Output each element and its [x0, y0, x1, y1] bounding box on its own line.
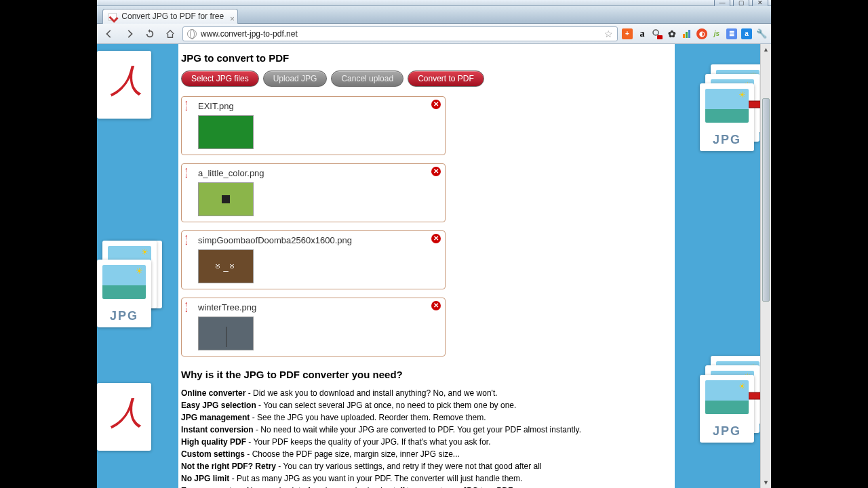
- wrench-menu-icon[interactable]: 🔧: [756, 28, 767, 39]
- main-content: JPG to convert to PDF Select JPG files U…: [178, 44, 675, 488]
- bookmark-star-icon[interactable]: ☆: [604, 28, 613, 39]
- amazon-extension-icon[interactable]: a: [637, 28, 648, 39]
- page-background: 人 JPG 人 JPG: [97, 44, 771, 488]
- cancel-upload-button[interactable]: Cancel upload: [331, 70, 403, 87]
- why-heading: Why is it the JPG to PDF converter you n…: [181, 369, 675, 380]
- extension-icons: + a ✿ ◐ js ≣ a 🔧: [622, 28, 767, 39]
- box-extension-icon[interactable]: a: [741, 28, 752, 39]
- forward-button[interactable]: [121, 26, 138, 41]
- select-files-button[interactable]: Select JPG files: [181, 70, 259, 87]
- scroll-up-icon[interactable]: ▲: [761, 44, 771, 55]
- file-thumbnail: [198, 182, 254, 216]
- move-down-icon[interactable]: ↓: [184, 306, 189, 312]
- reorder-arrows[interactable]: ↑↓: [184, 234, 189, 245]
- reload-button[interactable]: [142, 26, 158, 41]
- vertical-scrollbar[interactable]: ▲ ▼: [760, 44, 771, 488]
- tab-close-icon[interactable]: ×: [230, 12, 235, 26]
- svg-rect-3: [683, 34, 685, 38]
- why-item: High quality PDF - Your PDF keeps the qu…: [181, 436, 675, 448]
- svg-rect-4: [686, 32, 688, 38]
- svg-rect-2: [657, 35, 663, 39]
- list-extension-icon[interactable]: ≣: [726, 28, 737, 39]
- tab-title: Convert JPG to PDF for free: [121, 12, 224, 21]
- section-heading: JPG to convert to PDF: [181, 52, 675, 64]
- file-name: a_little_color.png: [198, 168, 439, 178]
- remove-file-icon[interactable]: ✕: [431, 301, 441, 310]
- file-thumbnail: [198, 317, 254, 350]
- file-thumbnail: [198, 115, 254, 149]
- tab-favicon-icon: [108, 13, 117, 21]
- why-item: Easy converter - No complex interface he…: [181, 485, 675, 488]
- page-viewport: 人 JPG 人 JPG: [97, 44, 771, 488]
- browser-tab[interactable]: Convert JPG to PDF for free ×: [102, 9, 238, 24]
- move-down-icon[interactable]: ↓: [184, 105, 189, 110]
- stumble-extension-icon[interactable]: ◐: [696, 28, 707, 39]
- convert-button[interactable]: Convert to PDF: [408, 70, 484, 87]
- bars-extension-icon[interactable]: [682, 28, 692, 39]
- action-button-row: Select JPG files Upload JPG Cancel uploa…: [181, 70, 675, 87]
- file-card[interactable]: ↑↓EXIT.png✕: [181, 96, 446, 155]
- why-item: Easy JPG selection - You can select seve…: [181, 399, 675, 411]
- why-item: No JPG limit - Put as many JPG as you wa…: [181, 472, 675, 485]
- why-item: Not the right PDF? Retry - You can try v…: [181, 460, 675, 472]
- url-input[interactable]: [201, 29, 604, 39]
- address-bar[interactable]: ☆: [182, 26, 618, 41]
- svg-point-0: [653, 30, 658, 35]
- file-card[interactable]: ↑↓winterTree.png✕: [181, 298, 446, 357]
- why-item: Online converter - Did we ask you to dow…: [181, 387, 675, 399]
- gear-extension-icon[interactable]: ✿: [667, 28, 677, 39]
- remove-file-icon[interactable]: ✕: [431, 100, 441, 109]
- back-button[interactable]: [101, 26, 117, 41]
- file-name: winterTree.png: [198, 302, 439, 312]
- why-section: Why is it the JPG to PDF converter you n…: [181, 369, 675, 488]
- reorder-arrows[interactable]: ↑↓: [184, 167, 189, 178]
- browser-toolbar: ☆ + a ✿ ◐ js ≣ a 🔧: [97, 24, 771, 44]
- globe-icon: [187, 29, 197, 39]
- js-extension-icon[interactable]: js: [711, 28, 722, 39]
- jpg-stack-deco-icon: JPG: [97, 241, 175, 329]
- move-down-icon[interactable]: ↓: [184, 239, 189, 245]
- upload-button[interactable]: Upload JPG: [263, 70, 328, 87]
- scroll-down-icon[interactable]: ▼: [761, 477, 771, 488]
- browser-tabstrip: Convert JPG to PDF for free ×: [97, 6, 771, 24]
- remove-file-icon[interactable]: ✕: [431, 167, 441, 176]
- file-card[interactable]: ↑↓a_little_color.png✕: [181, 163, 446, 222]
- search-extension-icon[interactable]: [652, 28, 663, 39]
- remove-file-icon[interactable]: ✕: [431, 234, 441, 243]
- why-item: Instant conversion - No need to wait whi…: [181, 424, 675, 436]
- file-thumbnail: ఠ_ఠ: [198, 249, 254, 283]
- file-name: EXIT.png: [198, 101, 439, 111]
- move-down-icon[interactable]: ↓: [184, 172, 189, 178]
- file-card[interactable]: ↑↓simpGoombaofDoomba2560x1600.png✕ఠ_ఠ: [181, 230, 446, 289]
- why-item: Custom settings - Choose the PDF page si…: [181, 448, 675, 460]
- scroll-thumb[interactable]: [762, 98, 770, 302]
- home-button[interactable]: [162, 26, 178, 41]
- reorder-arrows[interactable]: ↑↓: [184, 100, 189, 110]
- svg-rect-5: [688, 30, 690, 38]
- file-name: simpGoombaofDoomba2560x1600.png: [198, 235, 439, 245]
- reorder-arrows[interactable]: ↑↓: [184, 301, 189, 312]
- why-item: JPG management - See the JPG you have up…: [181, 411, 675, 424]
- window-titlebar: — ▢ ✕: [97, 0, 771, 6]
- plus-extension-icon[interactable]: +: [622, 28, 633, 39]
